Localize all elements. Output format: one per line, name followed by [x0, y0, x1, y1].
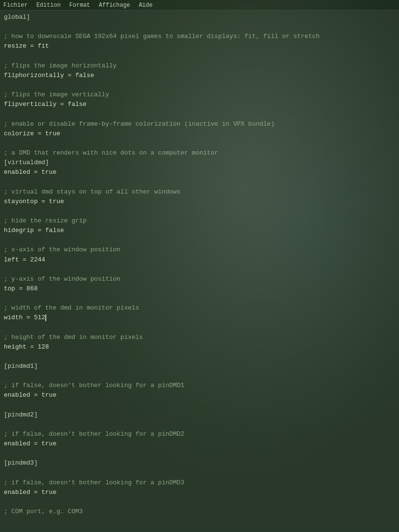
code-line	[4, 80, 395, 90]
menu-bar: Fichier Edition Format Affichage Aide	[0, 0, 399, 11]
code-line	[4, 371, 395, 381]
menu-format[interactable]: Format	[68, 1, 92, 9]
code-line: [pindmd3]	[4, 458, 395, 468]
code-line: stayontop = true	[4, 197, 395, 207]
menu-aide[interactable]: Aide	[137, 1, 154, 9]
code-line	[4, 109, 395, 119]
menu-fichier[interactable]: Fichier	[2, 1, 29, 9]
code-line: resize = fit	[4, 41, 395, 51]
code-line: ; if false, doesn't bother looking for a…	[4, 429, 395, 439]
code-line	[4, 497, 395, 507]
code-line: fliphorizontally = false	[4, 71, 395, 80]
code-line: ; if false, doesn't bother looking for a…	[4, 381, 395, 390]
code-line	[4, 235, 395, 245]
code-line: flipvertically = false	[4, 100, 395, 109]
code-line: ; width of the dmd in monitor pixels	[4, 303, 395, 313]
code-line	[4, 468, 395, 478]
code-line: [virtualdmd]	[4, 158, 395, 168]
code-line: ; y-axis of the window position	[4, 274, 395, 284]
code-line: left = 2244	[4, 255, 395, 265]
code-line: ; flips the image vertically	[4, 90, 395, 100]
code-line: enabled = true	[4, 439, 395, 449]
code-line	[4, 323, 395, 333]
code-line	[4, 52, 395, 61]
code-line: [pindmd1]	[4, 362, 395, 371]
menu-affichage[interactable]: Affichage	[97, 1, 132, 9]
code-line: ; COM port, e.g. COM3	[4, 507, 395, 517]
code-line: ; enable or disable frame-by-frame color…	[4, 119, 395, 129]
code-line	[4, 207, 395, 216]
code-line	[4, 401, 395, 410]
code-line	[4, 352, 395, 362]
editor-area[interactable]: global] ; how to downscale SEGA 192x64 p…	[0, 11, 399, 519]
code-line: enabled = true	[4, 390, 395, 400]
code-line: ; flips the image horizontally	[4, 61, 395, 71]
code-line	[4, 265, 395, 274]
code-line: colorize = true	[4, 129, 395, 139]
code-line: [pindmd2]	[4, 410, 395, 420]
code-line	[4, 294, 395, 303]
code-line: enabled = true	[4, 488, 395, 497]
code-line: width = 512	[4, 313, 395, 323]
code-line	[4, 177, 395, 187]
code-line: height = 128	[4, 342, 395, 352]
code-line: ; x-axis of the window position	[4, 245, 395, 255]
code-line: top = 868	[4, 284, 395, 294]
code-line: ; height of the dmd in monitor pixels	[4, 333, 395, 342]
menu-edition[interactable]: Edition	[35, 1, 62, 9]
code-line	[4, 449, 395, 458]
code-line: hidegrip = false	[4, 226, 395, 235]
code-line: ; how to downscale SEGA 192x64 pixel gam…	[4, 32, 395, 41]
text-cursor	[45, 314, 46, 321]
code-line	[4, 420, 395, 429]
code-line: ; if false, doesn't bother looking for a…	[4, 478, 395, 488]
code-line	[4, 22, 395, 32]
code-line: ; hide the resize grip	[4, 216, 395, 226]
code-line: ; a DMD that renders with nice dots on a…	[4, 148, 395, 158]
code-line: global]	[4, 13, 395, 22]
code-line: ; virtual dmd stays on top of all other …	[4, 187, 395, 197]
code-line: enabled = true	[4, 168, 395, 177]
code-line	[4, 139, 395, 148]
